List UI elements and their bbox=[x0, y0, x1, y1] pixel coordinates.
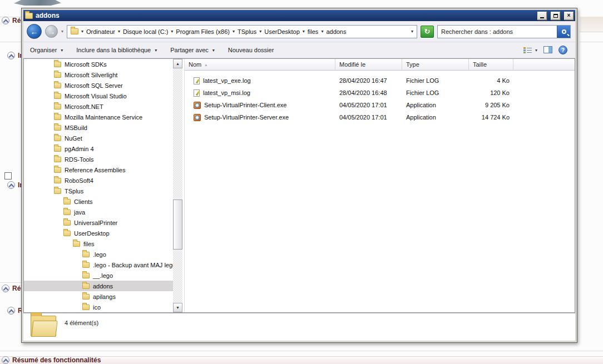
scrollbar-thumb[interactable] bbox=[173, 200, 182, 250]
change-view-button[interactable]: ▾ bbox=[523, 47, 537, 54]
tree-item[interactable]: UniversalPrinter bbox=[24, 217, 173, 228]
tree-item[interactable]: files bbox=[24, 238, 173, 249]
tree-item-label: UniversalPrinter bbox=[74, 220, 117, 226]
breadcrumb-items: ▾ Ordinateur ▾ Disque local (C:) ▾ Progr… bbox=[81, 28, 346, 35]
command-toolbar: Organiser ▾ Inclure dans la bibliothèque… bbox=[23, 42, 575, 58]
tree-item[interactable]: .lego - Backup avant MAJ lego ex bbox=[24, 260, 173, 270]
toolbar-button[interactable]: Partager avec ▾ bbox=[170, 47, 215, 53]
title-bar[interactable]: addons × bbox=[23, 10, 575, 21]
help-button[interactable]: ? bbox=[558, 46, 567, 54]
collapse-caret-icon[interactable] bbox=[2, 17, 9, 24]
address-dropdown-icon[interactable]: ▾ bbox=[411, 29, 413, 34]
divider bbox=[0, 282, 21, 283]
tree-scrollbar[interactable]: ▲ ▼ bbox=[173, 59, 182, 312]
tree-item[interactable]: Microsoft Silverlight bbox=[24, 69, 173, 80]
column-header-empty[interactable] bbox=[513, 59, 575, 71]
breadcrumb-item[interactable]: ▾ Disque local (C:) bbox=[118, 28, 168, 35]
toolbar-button[interactable]: Inclure dans la bibliothèque ▾ bbox=[76, 47, 157, 53]
tree-item-label: pgAdmin 4 bbox=[65, 146, 94, 152]
folder-icon bbox=[54, 125, 61, 131]
refresh-button[interactable]: ↻ bbox=[421, 26, 434, 38]
tree-item[interactable]: Reference Assemblies bbox=[24, 164, 173, 175]
history-dropdown[interactable]: ▾ bbox=[61, 29, 63, 34]
tree-item[interactable]: RoboSoft4 bbox=[24, 175, 173, 186]
tree-item[interactable]: apilangs bbox=[24, 291, 173, 302]
tree-item[interactable]: RDS-Tools bbox=[24, 154, 173, 164]
file-row[interactable]: Setup-VirtualPrinter-Client.exe 04/05/20… bbox=[185, 99, 575, 111]
help-icon: ? bbox=[561, 47, 565, 53]
toolbar-button[interactable]: Organiser ▾ bbox=[30, 47, 63, 53]
tree-item[interactable]: Microsoft Visual Studio bbox=[24, 91, 173, 101]
tree-item-label: Reference Assemblies bbox=[65, 167, 125, 173]
folder-icon bbox=[54, 178, 61, 183]
collapse-caret-icon[interactable] bbox=[2, 356, 9, 364]
file-row[interactable]: latest_vp_exe.log 28/04/2020 16:47 Fichi… bbox=[185, 74, 575, 87]
tree-item-label: ico bbox=[93, 304, 101, 311]
bg-bottom-section-title: Résumé des fonctionnalités bbox=[12, 356, 101, 364]
crumb-label: Disque local (C:) bbox=[123, 28, 168, 35]
collapse-caret-icon[interactable] bbox=[2, 285, 9, 292]
folder-icon bbox=[54, 83, 61, 88]
tree-item-label: Microsoft Silverlight bbox=[65, 72, 117, 78]
toolbar-button[interactable]: Nouveau dossier ▾ bbox=[228, 47, 274, 53]
preview-pane-button[interactable] bbox=[543, 46, 552, 54]
tree-item[interactable]: Microsoft SQL Server bbox=[24, 80, 173, 91]
column-header-size[interactable]: Taille bbox=[469, 59, 513, 71]
forward-icon: → bbox=[48, 28, 56, 36]
file-type-icon bbox=[194, 102, 201, 109]
crumb-separator-icon: ▾ bbox=[321, 29, 323, 34]
breadcrumb-item[interactable]: ▾ Ordinateur bbox=[81, 28, 115, 35]
chevron-down-icon: ▾ bbox=[155, 48, 157, 53]
folder-icon bbox=[82, 305, 90, 310]
breadcrumb-item[interactable]: ▾ addons bbox=[321, 28, 346, 35]
scroll-down-button[interactable]: ▼ bbox=[173, 303, 182, 312]
file-modified: 04/05/2020 17:01 bbox=[335, 114, 402, 121]
column-header-type[interactable]: Type bbox=[402, 59, 469, 71]
column-header-name[interactable]: Nom ▴ bbox=[185, 59, 335, 71]
forward-button[interactable]: → bbox=[45, 25, 58, 38]
search-button[interactable] bbox=[557, 26, 570, 38]
collapse-caret-icon[interactable] bbox=[7, 52, 15, 59]
tree-item[interactable]: Microsoft SDKs bbox=[24, 59, 173, 69]
tree-item[interactable]: Clients bbox=[24, 196, 173, 207]
tree-item-label: MSBuild bbox=[65, 124, 87, 131]
collapse-caret-icon[interactable] bbox=[7, 307, 15, 315]
back-button[interactable]: ← bbox=[27, 24, 42, 39]
search-box bbox=[437, 25, 571, 38]
tree-item[interactable]: Microsoft.NET bbox=[24, 101, 173, 112]
tree-item[interactable]: NuGet bbox=[24, 133, 173, 143]
crumb-separator-icon: ▾ bbox=[118, 29, 120, 34]
breadcrumb-item[interactable]: ▾ files bbox=[303, 28, 319, 35]
close-button[interactable]: × bbox=[564, 12, 574, 20]
breadcrumb-item[interactable]: ▾ Program Files (x86) bbox=[171, 28, 230, 35]
tree-item[interactable]: UserDesktop bbox=[24, 228, 173, 238]
tree-item-label: Microsoft.NET bbox=[65, 103, 103, 110]
bg-section-header[interactable]: R bbox=[7, 307, 23, 315]
explorer-window: addons × ← → ▾ ▾ Ordinateur ▾ Disque loc… bbox=[21, 8, 577, 343]
tree-item[interactable]: addons bbox=[24, 281, 173, 291]
collapse-caret-icon[interactable] bbox=[7, 181, 15, 189]
breadcrumb[interactable]: ▾ Ordinateur ▾ Disque local (C:) ▾ Progr… bbox=[67, 25, 417, 38]
bg-bottom-section-header[interactable]: Résumé des fonctionnalités bbox=[2, 356, 101, 364]
breadcrumb-item[interactable]: ▾ UserDesktop bbox=[259, 28, 300, 35]
tree-item[interactable]: MSBuild bbox=[24, 122, 173, 133]
tree-item[interactable]: TSplus bbox=[24, 186, 173, 196]
search-input[interactable] bbox=[438, 28, 557, 35]
folder-icon bbox=[82, 294, 90, 300]
maximize-button[interactable] bbox=[551, 12, 560, 20]
column-header-modified[interactable]: Modifié le bbox=[335, 59, 402, 71]
tree-item[interactable]: .lego bbox=[24, 249, 173, 260]
breadcrumb-item[interactable]: ▾ TSplus bbox=[233, 28, 256, 35]
folder-icon bbox=[54, 188, 61, 194]
tree-item[interactable]: Mozilla Maintenance Service bbox=[24, 112, 173, 122]
tree-item[interactable]: java bbox=[24, 207, 173, 217]
file-type: Fichier LOG bbox=[402, 89, 469, 96]
tree-item[interactable]: pgAdmin 4 bbox=[24, 143, 173, 154]
tree-item[interactable]: __.lego bbox=[24, 270, 173, 281]
file-row[interactable]: Setup-VirtualPrinter-Server.exe 04/05/20… bbox=[185, 111, 575, 123]
scroll-up-button[interactable]: ▲ bbox=[173, 59, 182, 68]
checkbox[interactable] bbox=[4, 172, 12, 179]
file-row[interactable]: latest_vp_msi.log 28/04/2020 16:48 Fichi… bbox=[185, 87, 575, 99]
minimize-button[interactable] bbox=[537, 12, 547, 20]
tree-item[interactable]: ico bbox=[24, 302, 173, 312]
